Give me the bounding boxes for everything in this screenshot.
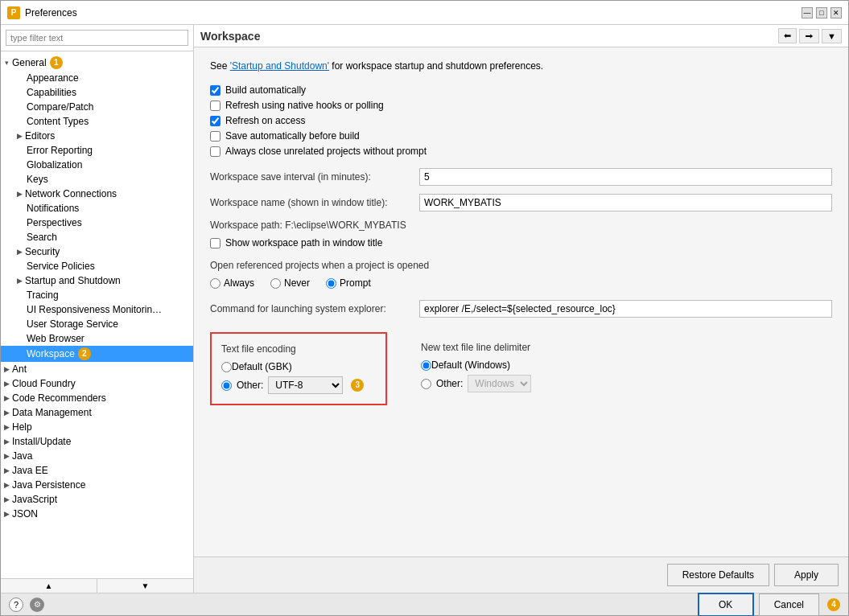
forward-button[interactable]: ⮕ — [799, 29, 819, 43]
checkbox-refresh-native: Refresh using native hooks or polling — [210, 100, 832, 111]
text-encoding-box: Text file encoding Default (GBK) Other: … — [210, 332, 387, 405]
encoding-other-label: Other: — [237, 380, 263, 391]
sidebar-item-ui-responsiveness[interactable]: UI Responsiveness Monitorin… — [1, 302, 193, 317]
refresh-native-checkbox[interactable] — [210, 101, 220, 111]
sidebar-item-error-reporting[interactable]: Error Reporting — [1, 143, 193, 158]
sidebar-item-label: Security — [25, 246, 60, 257]
dropdown-button[interactable]: ▼ — [822, 29, 842, 43]
sidebar-item-tracing[interactable]: Tracing — [1, 288, 193, 302]
newline-default-radio[interactable] — [421, 360, 431, 371]
scroll-down-button[interactable]: ▼ — [97, 579, 193, 593]
apply-button[interactable]: Apply — [774, 564, 839, 586]
sidebar-item-label: User Storage Service — [27, 318, 118, 330]
sidebar-item-javascript[interactable]: ▶JavaScript — [1, 492, 193, 507]
expand-arrow: ▶ — [1, 409, 12, 417]
preferences-window: P Preferences — □ ✕ ▾General1AppearanceC… — [0, 0, 849, 616]
never-radio[interactable] — [270, 278, 281, 289]
sidebar-item-content-types[interactable]: Content Types — [1, 114, 193, 129]
sidebar-item-capabilities[interactable]: Capabilities — [1, 85, 193, 100]
sidebar-item-data-management[interactable]: ▶Data Management — [1, 405, 193, 420]
sidebar-item-code-recommenders[interactable]: ▶Code Recommenders — [1, 391, 193, 405]
help-button[interactable]: ? — [9, 598, 23, 612]
sidebar-item-service-policies[interactable]: Service Policies — [1, 259, 193, 273]
search-box — [1, 25, 193, 51]
sidebar-item-label: Compare/Patch — [27, 101, 93, 113]
sidebar-item-security[interactable]: ▶Security — [1, 244, 193, 259]
show-path-label: Show workspace path in window title — [225, 237, 382, 248]
encoding-default-label: Default (GBK) — [232, 361, 292, 372]
search-input[interactable] — [6, 30, 188, 46]
sidebar-item-workspace[interactable]: Workspace2 — [1, 346, 193, 362]
sidebar-item-user-storage[interactable]: User Storage Service — [1, 317, 193, 331]
startup-shutdown-link[interactable]: 'Startup and Shutdown' — [230, 60, 329, 72]
save-interval-label: Workspace save interval (in minutes): — [210, 171, 419, 183]
sidebar-item-keys[interactable]: Keys — [1, 172, 193, 187]
sidebar-item-label: Web Browser — [27, 333, 84, 344]
prompt-radio[interactable] — [326, 278, 336, 289]
expand-arrow: ▶ — [1, 481, 12, 489]
encoding-other-row: Other: UTF-8 UTF-16 ISO-8859-1 GBK US-AS… — [221, 376, 376, 394]
sidebar-item-java-persistence[interactable]: ▶Java Persistence — [1, 478, 193, 492]
back-button[interactable]: ⬅ — [778, 28, 797, 43]
save-before-build-checkbox[interactable] — [210, 131, 220, 142]
sidebar-item-general[interactable]: ▾General1 — [1, 55, 193, 71]
refresh-access-checkbox[interactable] — [210, 116, 220, 126]
sidebar-item-web-browser[interactable]: Web Browser — [1, 331, 193, 346]
sidebar-item-label: Keys — [27, 174, 48, 185]
close-unrelated-checkbox[interactable] — [210, 146, 220, 157]
command-input[interactable] — [419, 300, 832, 318]
sidebar-item-notifications[interactable]: Notifications — [1, 201, 193, 216]
sidebar-item-install-update[interactable]: ▶Install/Update — [1, 434, 193, 449]
newline-other-radio[interactable] — [421, 379, 431, 389]
checkboxes-section: Build automatically Refresh using native… — [210, 84, 832, 157]
expand-arrow: ▶ — [1, 452, 12, 460]
minimize-button[interactable]: — — [802, 7, 813, 18]
show-path-checkbox[interactable] — [210, 238, 220, 248]
encoding-select[interactable]: UTF-8 UTF-16 ISO-8859-1 GBK US-ASCII — [268, 376, 343, 394]
newline-other-row: Other: Windows Unix Mac — [421, 375, 563, 392]
sidebar-item-label: Capabilities — [27, 87, 76, 98]
refresh-access-label: Refresh on access — [225, 115, 305, 126]
sidebar-item-perspectives[interactable]: Perspectives — [1, 216, 193, 230]
sidebar-item-help[interactable]: ▶Help — [1, 420, 193, 434]
sidebar-item-label: Java Persistence — [12, 479, 85, 491]
sidebar-item-cloud-foundry[interactable]: ▶Cloud Foundry — [1, 376, 193, 391]
sidebar-item-search[interactable]: Search — [1, 230, 193, 244]
maximize-button[interactable]: □ — [816, 7, 827, 18]
sidebar-item-appearance[interactable]: Appearance — [1, 71, 193, 85]
newline-select[interactable]: Windows Unix Mac — [468, 375, 531, 392]
save-interval-input[interactable] — [419, 168, 832, 186]
sidebar-item-compare-patch[interactable]: Compare/Patch — [1, 100, 193, 114]
sidebar-item-java-ee[interactable]: ▶Java EE — [1, 463, 193, 478]
sidebar-item-editors[interactable]: ▶Editors — [1, 129, 193, 143]
sidebar-item-ant[interactable]: ▶Ant — [1, 362, 193, 376]
content-panel: Workspace ⬅ ⮕ ▼ See 'Startup and Shutdow… — [194, 25, 848, 593]
encoding-default-radio[interactable] — [221, 362, 232, 372]
ok-button[interactable]: OK — [698, 593, 754, 617]
sidebar-item-globalization[interactable]: Globalization — [1, 158, 193, 172]
sidebar-item-label: Tracing — [27, 290, 59, 301]
sidebar-item-label: Startup and Shutdown — [25, 275, 121, 286]
restore-defaults-button[interactable]: Restore Defaults — [667, 564, 769, 586]
status-right-area: OK Cancel 4 — [698, 593, 840, 617]
sidebar-item-startup-shutdown[interactable]: ▶Startup and Shutdown — [1, 273, 193, 288]
sidebar-item-label: Perspectives — [27, 217, 82, 228]
sidebar-item-json[interactable]: ▶JSON — [1, 507, 193, 521]
sidebar-item-label: JSON — [12, 508, 38, 519]
cancel-button[interactable]: Cancel — [759, 593, 819, 616]
workspace-name-input[interactable] — [419, 194, 832, 211]
sidebar-scroll-controls: ▲ ▼ — [1, 578, 193, 593]
show-path-row: Show workspace path in window title — [210, 237, 832, 248]
build-auto-checkbox[interactable] — [210, 85, 220, 96]
sidebar-item-network-connections[interactable]: ▶Network Connections — [1, 187, 193, 201]
encoding-section: Text file encoding Default (GBK) Other: … — [210, 332, 832, 405]
newline-box: New text file line delimiter Default (Wi… — [411, 332, 572, 405]
newline-default-row: Default (Windows) — [421, 359, 563, 371]
settings-button[interactable]: ⚙ — [30, 598, 44, 612]
sidebar-item-java[interactable]: ▶Java — [1, 449, 193, 463]
encoding-other-radio[interactable] — [221, 380, 232, 391]
expand-arrow: ▶ — [1, 365, 12, 373]
close-button[interactable]: ✕ — [830, 7, 842, 18]
always-radio[interactable] — [210, 278, 220, 289]
scroll-up-button[interactable]: ▲ — [1, 579, 97, 593]
